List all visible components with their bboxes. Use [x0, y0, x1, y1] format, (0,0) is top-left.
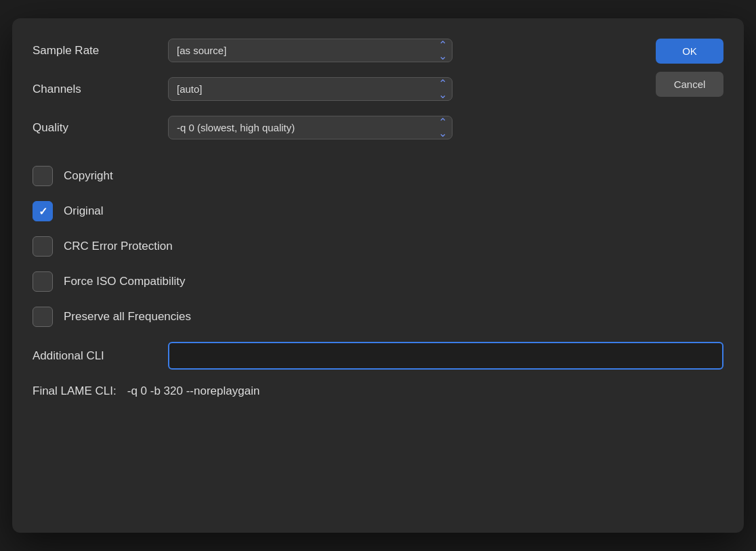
channels-select-wrapper: [auto] 1 (Mono) 2 (Stereo) ⌃⌄ — [168, 77, 453, 101]
action-buttons: OK Cancel — [656, 39, 723, 97]
channels-select[interactable]: [auto] 1 (Mono) 2 (Stereo) — [168, 77, 453, 101]
force-iso-compatibility-row: Force ISO Compatibility — [33, 271, 723, 292]
copyright-checkbox[interactable] — [33, 166, 53, 186]
crc-error-protection-checkbox[interactable] — [33, 236, 53, 257]
original-label: Original — [64, 204, 104, 218]
sample-rate-label: Sample Rate — [33, 44, 168, 58]
original-row: Original — [33, 201, 723, 221]
audio-settings-dialog: OK Cancel Sample Rate [as source] 44100 … — [12, 18, 744, 533]
additional-cli-label: Additional CLI — [33, 349, 168, 363]
sample-rate-row: Sample Rate [as source] 44100 Hz 48000 H… — [33, 39, 723, 62]
crc-error-protection-label: CRC Error Protection — [64, 240, 173, 253]
cancel-button[interactable]: Cancel — [656, 72, 723, 97]
quality-select[interactable]: -q 0 (slowest, high quality) -q 1 -q 2 -… — [168, 116, 453, 139]
channels-label: Channels — [33, 83, 168, 96]
copyright-label: Copyright — [64, 169, 113, 183]
sample-rate-select[interactable]: [as source] 44100 Hz 48000 Hz 96000 Hz — [168, 39, 453, 62]
final-lame-cli-row: Final LAME CLI: -q 0 -b 320 --noreplayga… — [33, 384, 723, 398]
preserve-all-frequencies-label: Preserve all Frequencies — [64, 310, 191, 324]
copyright-row: Copyright — [33, 166, 723, 186]
additional-cli-input[interactable] — [168, 342, 723, 370]
quality-row: Quality -q 0 (slowest, high quality) -q … — [33, 116, 723, 139]
sample-rate-select-wrapper: [as source] 44100 Hz 48000 Hz 96000 Hz ⌃… — [168, 39, 453, 62]
quality-select-wrapper: -q 0 (slowest, high quality) -q 1 -q 2 -… — [168, 116, 453, 139]
final-lame-cli-label: Final LAME CLI: — [33, 384, 117, 398]
crc-error-protection-row: CRC Error Protection — [33, 236, 723, 257]
preserve-all-frequencies-row: Preserve all Frequencies — [33, 307, 723, 327]
additional-cli-row: Additional CLI — [33, 342, 723, 370]
ok-button[interactable]: OK — [656, 39, 723, 64]
force-iso-compatibility-checkbox[interactable] — [33, 271, 53, 292]
force-iso-compatibility-label: Force ISO Compatibility — [64, 275, 186, 288]
original-checkbox[interactable] — [33, 201, 53, 221]
preserve-all-frequencies-checkbox[interactable] — [33, 307, 53, 327]
final-lame-cli-value: -q 0 -b 320 --noreplaygain — [127, 384, 260, 398]
channels-row: Channels [auto] 1 (Mono) 2 (Stereo) ⌃⌄ — [33, 77, 723, 101]
quality-label: Quality — [33, 121, 168, 135]
